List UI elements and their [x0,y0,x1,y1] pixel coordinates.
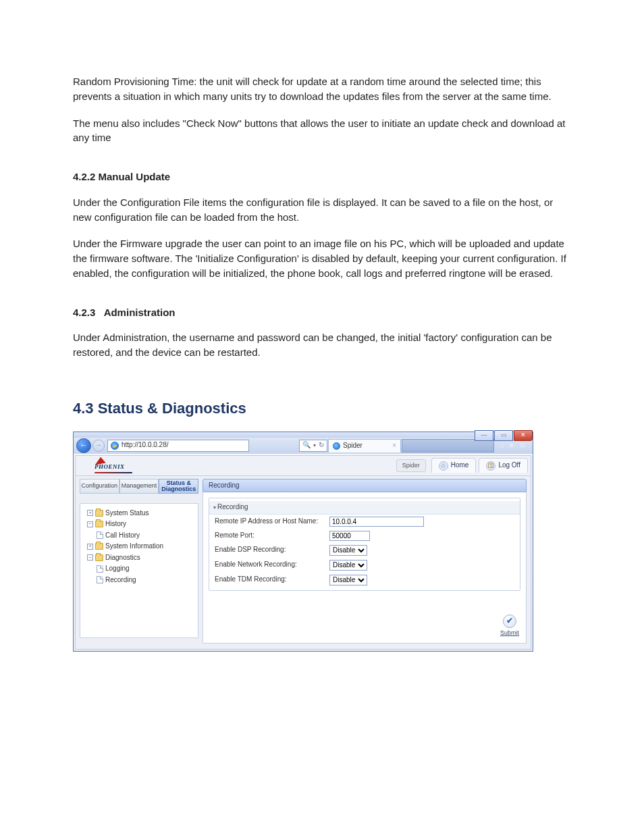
home-icon: ⌂ [439,461,448,471]
heading-4-3: 4.3 Status & Diagnostics [73,398,571,419]
recording-fieldset: ▾ Recording Remote IP Address or Host Na… [209,498,520,591]
paragraph: Under the Configuration File items the c… [73,195,571,225]
close-tab-icon[interactable]: × [392,441,396,451]
submit-area: ✔ Submit [500,615,519,637]
arrow-left-icon: ← [80,440,88,451]
collapse-arrow-icon: ▾ [213,504,216,512]
key-icon: ⚿ [486,461,495,471]
collapse-icon[interactable]: − [87,521,93,527]
tree-node-system-information[interactable]: + System Information [83,541,195,552]
heading-4-2-3: 4.2.3 Administration [73,305,571,320]
tree-label: History [105,519,126,529]
paragraph: The menu also includes "Check Now" butto… [73,116,571,146]
window-close-button[interactable]: ✕ [514,430,533,441]
device-label: Spider [396,459,426,472]
select-dsp[interactable]: Disable [329,545,367,556]
paragraph: Under the Firmware upgrade the user can … [73,236,571,280]
ie-icon [111,442,119,450]
tab-title: Spider [343,441,363,451]
folder-icon [95,554,103,561]
file-icon [97,565,103,573]
url-text: http://10.0.0.28/ [122,440,169,450]
select-tdm[interactable]: Disable [329,575,367,585]
row-dsp: Enable DSP Recording: Disable [209,543,520,558]
logoff-button[interactable]: ⚿ Log Off [479,458,528,473]
folder-icon [95,521,103,527]
heading-title: Administration [104,307,176,318]
file-icon [97,576,103,583]
row-remote-host: Remote IP Address or Host Name: [209,515,520,529]
row-network: Enable Network Recording: Disable [209,558,520,573]
select-network[interactable]: Disable [329,560,367,571]
expand-icon[interactable]: + [87,544,93,550]
left-pane: Configuration Management Status & Diagno… [80,479,198,638]
ie-icon [333,442,340,450]
nav-forward-button[interactable]: → [92,440,105,452]
arrow-right-icon: → [95,440,102,450]
folder-icon [95,510,103,517]
phoenix-logo: PHOENIX [95,459,149,472]
tree-label: Logging [105,564,130,574]
label-remote-host: Remote IP Address or Host Name: [215,517,329,527]
tab-status-diagnostics[interactable]: Status & Diagnostics [159,479,198,494]
submit-label[interactable]: Submit [500,629,519,636]
home-button[interactable]: ⌂ Home [431,458,477,473]
panel-title: Recording [203,479,527,493]
tab-configuration[interactable]: Configuration [80,479,119,494]
input-remote-port[interactable] [329,531,370,541]
tree-label: System Information [105,542,163,552]
app-header: PHOENIX Spider ⌂ Home ⚿ Log Off [76,456,531,476]
expand-icon[interactable]: + [87,510,93,516]
row-tdm: Enable TDM Recording: Disable [209,573,520,588]
home-label: Home [451,461,469,471]
tree-label: System Status [105,509,149,519]
left-tabs: Configuration Management Status & Diagno… [80,479,198,494]
screenshot-browser-window: — ▭ ✕ ← → http://10.0.0.28/ 🔍 ▾ ↻ Spider… [73,432,533,652]
search-icon: 🔍 [302,440,311,450]
check-icon: ✔ [506,615,513,627]
tab-management[interactable]: Management [119,479,159,494]
legend-text: Recording [217,502,248,513]
tree-node-call-history[interactable]: Call History [83,530,195,542]
fieldset-legend[interactable]: ▾ Recording [209,501,520,515]
label-dsp: Enable DSP Recording: [215,545,329,555]
paragraph: Random Provisioning Time: the unit will … [73,74,571,104]
heading-4-2-2: 4.2.2 Manual Update [73,170,571,184]
file-icon [97,531,103,539]
folder-icon [95,543,103,550]
logoff-label: Log Off [498,461,520,471]
window-titlebar: — ▭ ✕ [74,432,533,438]
label-remote-port: Remote Port: [215,531,329,541]
tree-node-history[interactable]: − History [83,519,195,530]
browser-toolbar: ← → http://10.0.0.28/ 🔍 ▾ ↻ Spider × ⌂ ★… [74,438,533,454]
label-network: Enable Network Recording: [215,560,329,570]
nav-back-button[interactable]: ← [76,438,91,453]
heading-number: 4.2.3 [73,305,101,320]
logo-text: PHOENIX [95,463,132,473]
search-box[interactable]: 🔍 ▾ ↻ [299,440,327,452]
tree-label: Diagnostics [105,553,140,563]
tree-label: Recording [105,575,136,585]
tree-node-recording[interactable]: Recording [83,575,195,586]
main-panel: Recording ▾ Recording Remote IP Address … [203,479,527,644]
tree-label: Call History [105,531,140,541]
input-remote-host[interactable] [329,517,424,527]
refresh-icon[interactable]: ↻ [319,440,324,450]
tree-node-logging[interactable]: Logging [83,563,195,575]
label-tdm: Enable TDM Recording: [215,575,329,585]
address-bar[interactable]: http://10.0.0.28/ [107,440,249,452]
window-maximize-button[interactable]: ▭ [494,430,513,441]
collapse-icon[interactable]: − [87,554,93,561]
chevron-down-icon: ▾ [313,442,316,450]
submit-button[interactable]: ✔ [503,615,516,628]
nav-tree: + System Status − History Call History [80,503,198,638]
row-remote-port: Remote Port: [209,529,520,543]
paragraph: Under Administration, the username and p… [73,330,571,360]
tree-node-diagnostics[interactable]: − Diagnostics [83,552,195,564]
tree-node-system-status[interactable]: + System Status [83,508,195,519]
window-minimize-button[interactable]: — [475,430,493,441]
browser-tab[interactable]: Spider × [328,439,401,452]
